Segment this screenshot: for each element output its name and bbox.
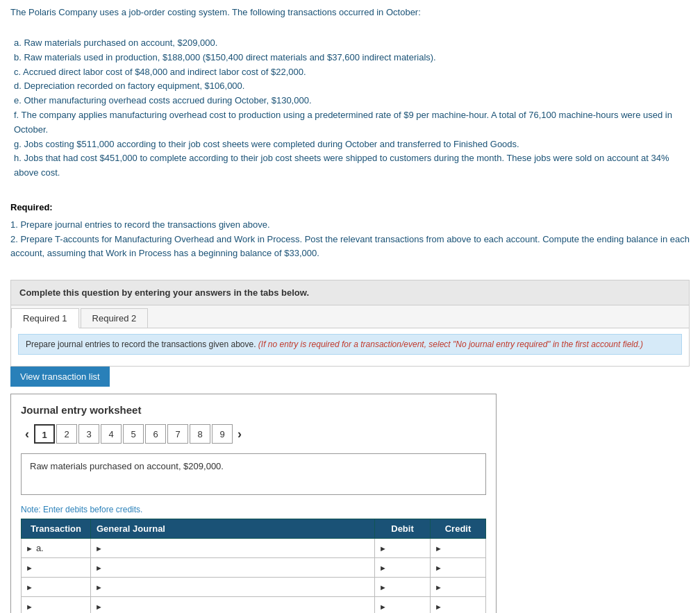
credit-cell-b[interactable]: ► xyxy=(431,558,486,578)
journal-input-a[interactable] xyxy=(106,543,370,553)
journal-cell-a[interactable]: ► xyxy=(91,539,375,558)
debit-arrow-b: ► xyxy=(379,564,387,572)
transaction-cell-b: ► xyxy=(22,558,91,578)
credit-input-d[interactable] xyxy=(445,601,481,612)
nav-page-3[interactable]: 3 xyxy=(78,424,99,444)
row-arrow-a: ► xyxy=(26,544,33,553)
nav-page-9[interactable]: 9 xyxy=(212,424,233,444)
nav-page-1[interactable]: 1 xyxy=(34,424,55,444)
col-header-journal: General Journal xyxy=(91,519,375,539)
intro-text: The Polaris Company uses a job-order cos… xyxy=(10,7,690,17)
transaction-b: b. Raw materials used in production, $18… xyxy=(14,51,690,65)
debit-cell-d[interactable]: ► xyxy=(375,597,431,613)
required-title: Required: xyxy=(10,201,690,215)
instruction-text: Complete this question by entering your … xyxy=(19,287,309,298)
transaction-cell-d: ► xyxy=(22,597,91,613)
nav-page-8[interactable]: 8 xyxy=(190,424,210,444)
debit-arrow-d: ► xyxy=(379,603,387,611)
transaction-cell-a: ► a. xyxy=(22,539,91,558)
transaction-e: e. Other manufacturing overhead costs ac… xyxy=(14,94,690,108)
transaction-desc-text: Raw materials purchased on account, $209… xyxy=(30,461,224,471)
nav-page-6[interactable]: 6 xyxy=(145,424,166,444)
debit-input-c[interactable] xyxy=(390,582,426,592)
required-item-1: 1. Prepare journal entries to record the… xyxy=(10,218,690,233)
tabs-container: Required 1 Required 2 Prepare journal en… xyxy=(10,305,690,367)
view-transaction-list-button[interactable]: View transaction list xyxy=(10,367,110,387)
credit-cell-c[interactable]: ► xyxy=(431,578,486,597)
worksheet-title: Journal entry worksheet xyxy=(21,404,486,416)
tab-required2[interactable]: Required 2 xyxy=(81,308,149,328)
nav-next-arrow[interactable]: › xyxy=(233,425,246,444)
credit-arrow-a: ► xyxy=(435,544,442,553)
row-arrow-b: ► xyxy=(26,564,33,572)
debit-cell-b[interactable]: ► xyxy=(375,558,431,578)
credit-input-a[interactable] xyxy=(445,543,481,553)
row-arrow-c: ► xyxy=(26,583,33,591)
debit-input-a[interactable] xyxy=(390,543,426,553)
credit-input-b[interactable] xyxy=(445,562,481,573)
col-header-transaction: Transaction xyxy=(22,519,91,539)
tab-content-required1: Prepare journal entries to record the tr… xyxy=(11,328,689,366)
credit-cell-a[interactable]: ► xyxy=(431,539,486,558)
credit-arrow-d: ► xyxy=(435,603,442,611)
transaction-h: h. Jobs that had cost $451,000 to comple… xyxy=(14,151,690,180)
worksheet-box: Journal entry worksheet ‹ 1 2 3 4 5 6 7 … xyxy=(10,394,497,613)
debit-input-d[interactable] xyxy=(390,601,426,612)
nav-page-7[interactable]: 7 xyxy=(167,424,188,444)
journal-cell-d[interactable]: ► xyxy=(91,597,375,613)
required-section: Required: 1. Prepare journal entries to … xyxy=(10,201,690,261)
tab-required1[interactable]: Required 1 xyxy=(11,308,79,328)
debit-cell-c[interactable]: ► xyxy=(375,578,431,597)
nav-prev-arrow[interactable]: ‹ xyxy=(21,425,33,444)
credit-arrow-b: ► xyxy=(435,564,442,572)
tabs-row: Required 1 Required 2 xyxy=(11,305,689,328)
journal-arrow-b: ► xyxy=(95,564,103,572)
journal-cell-c[interactable]: ► xyxy=(91,578,375,597)
transaction-cell-c: ► xyxy=(22,578,91,597)
transaction-d: d. Depreciation recorded on factory equi… xyxy=(14,79,690,94)
table-row: ► a. ► ► xyxy=(22,539,486,558)
transaction-desc-box: Raw materials purchased on account, $209… xyxy=(21,453,486,495)
instruction-box: Complete this question by entering your … xyxy=(10,280,690,305)
transactions-list: a. Raw materials purchased on account, $… xyxy=(10,36,690,180)
nav-page-4[interactable]: 4 xyxy=(101,424,122,444)
journal-arrow-a: ► xyxy=(95,544,103,553)
transaction-a: a. Raw materials purchased on account, $… xyxy=(14,36,690,51)
table-row: ► ► ► ► xyxy=(22,597,486,613)
table-row: ► ► ► ► xyxy=(22,558,486,578)
journal-table: Transaction General Journal Debit Credit… xyxy=(21,519,486,613)
journal-input-c[interactable] xyxy=(106,582,370,592)
info-bar: Prepare journal entries to record the tr… xyxy=(18,334,682,355)
row-arrow-d: ► xyxy=(26,603,33,611)
credit-input-c[interactable] xyxy=(445,582,481,592)
table-row: ► ► ► ► xyxy=(22,578,486,597)
required-item-2: 2. Prepare T-accounts for Manufacturing … xyxy=(10,233,690,262)
journal-arrow-d: ► xyxy=(95,603,103,611)
col-header-debit: Debit xyxy=(375,519,431,539)
credit-cell-d[interactable]: ► xyxy=(431,597,486,613)
transaction-g: g. Jobs costing $511,000 according to th… xyxy=(14,137,690,152)
info-italic-text: (If no entry is required for a transacti… xyxy=(258,339,643,349)
info-normal-text: Prepare journal entries to record the tr… xyxy=(26,339,258,349)
col-header-credit: Credit xyxy=(431,519,486,539)
credit-arrow-c: ► xyxy=(435,583,442,591)
debit-input-b[interactable] xyxy=(390,562,426,573)
journal-input-d[interactable] xyxy=(106,601,370,612)
transaction-f: f. The company applies manufacturing ove… xyxy=(14,108,690,137)
debit-arrow-c: ► xyxy=(379,583,387,591)
journal-cell-b[interactable]: ► xyxy=(91,558,375,578)
debit-cell-a[interactable]: ► xyxy=(375,539,431,558)
journal-input-b[interactable] xyxy=(106,562,370,573)
note-text: Note: Enter debits before credits. xyxy=(21,505,486,514)
transaction-c: c. Accrued direct labor cost of $48,000 … xyxy=(14,65,690,80)
nav-row: ‹ 1 2 3 4 5 6 7 8 9 › xyxy=(21,424,486,444)
nav-page-5[interactable]: 5 xyxy=(123,424,144,444)
journal-arrow-c: ► xyxy=(95,583,103,591)
debit-arrow-a: ► xyxy=(379,544,387,553)
transaction-label-a: a. xyxy=(36,543,44,553)
nav-page-2[interactable]: 2 xyxy=(56,424,77,444)
